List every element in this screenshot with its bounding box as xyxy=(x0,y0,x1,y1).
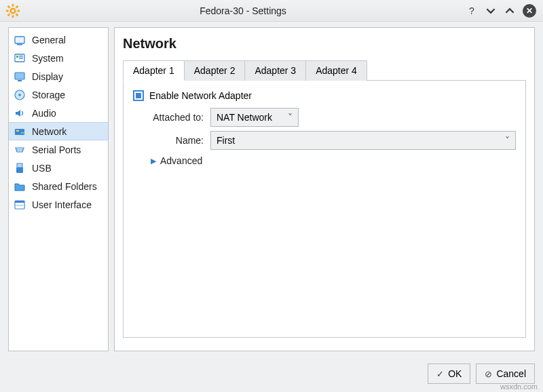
enable-adapter-label: Enable Network Adapter xyxy=(149,90,252,101)
sidebar-item-display[interactable]: Display xyxy=(9,67,108,85)
enable-adapter-row: Enable Network Adapter xyxy=(133,90,516,101)
tabbar: Adapter 1 Adapter 2 Adapter 3 Adapter 4 xyxy=(123,60,526,80)
svg-line-5 xyxy=(8,5,10,7)
serial-icon xyxy=(13,143,26,157)
display-icon xyxy=(13,70,26,83)
svg-rect-31 xyxy=(16,205,23,206)
svg-point-22 xyxy=(21,132,22,134)
name-select[interactable]: First ˅ xyxy=(210,131,516,150)
close-icon[interactable]: ✕ xyxy=(523,4,536,18)
sidebar-item-network[interactable]: Network xyxy=(9,122,108,140)
attached-to-label: Attached to: xyxy=(133,112,204,123)
attached-to-select[interactable]: NAT Network ˅ xyxy=(210,108,299,127)
sidebar-item-label: Audio xyxy=(32,108,56,119)
tab-adapter-2[interactable]: Adapter 2 xyxy=(185,60,246,81)
folder-icon xyxy=(13,180,26,193)
system-icon xyxy=(13,52,26,65)
svg-rect-27 xyxy=(17,163,22,168)
network-icon xyxy=(13,125,26,138)
ui-icon xyxy=(13,198,26,212)
svg-line-6 xyxy=(16,14,18,16)
content-area: General System Display Storage Audio Net… xyxy=(8,27,535,351)
sidebar-item-label: Storage xyxy=(32,90,65,100)
chevron-down-icon: ˅ xyxy=(505,135,510,146)
tab-adapter-3[interactable]: Adapter 3 xyxy=(245,60,306,81)
attached-to-row: Attached to: NAT Network ˅ xyxy=(133,108,516,127)
svg-line-7 xyxy=(16,5,18,7)
page-title: Network xyxy=(123,36,526,52)
svg-rect-17 xyxy=(18,80,22,81)
sidebar-item-label: Serial Ports xyxy=(32,144,81,155)
main-panel: Network Adapter 1 Adapter 2 Adapter 3 Ad… xyxy=(114,27,535,351)
svg-rect-15 xyxy=(19,58,23,59)
footer: ✓ OK ⊘ Cancel xyxy=(8,364,535,384)
enable-adapter-checkbox[interactable] xyxy=(133,90,144,101)
ok-button[interactable]: ✓ OK xyxy=(428,364,470,384)
svg-rect-13 xyxy=(16,56,18,58)
advanced-label: Advanced xyxy=(160,155,202,166)
titlebar: Fedora-30 - Settings ? ✕ xyxy=(0,0,543,22)
svg-point-19 xyxy=(18,94,21,96)
window-title: Fedora-30 - Settings xyxy=(20,5,466,16)
sidebar-item-label: User Interface xyxy=(32,199,92,210)
name-label: Name: xyxy=(133,135,204,146)
audio-icon xyxy=(13,106,26,120)
ok-label: OK xyxy=(448,368,462,379)
svg-rect-14 xyxy=(19,56,23,57)
cancel-button[interactable]: ⊘ Cancel xyxy=(476,364,535,384)
minimize-icon[interactable] xyxy=(485,5,497,17)
triangle-right-icon: ▶ xyxy=(151,157,156,165)
window-controls: ? ✕ xyxy=(466,4,536,18)
attached-to-value: NAT Network xyxy=(217,112,272,123)
svg-point-9 xyxy=(12,9,14,12)
sidebar-item-label: USB xyxy=(32,163,52,174)
sidebar-item-audio[interactable]: Audio xyxy=(9,104,108,122)
chevron-down-icon: ˅ xyxy=(288,112,293,123)
advanced-toggle[interactable]: ▶ Advanced xyxy=(151,155,516,166)
svg-point-26 xyxy=(21,149,22,151)
svg-rect-16 xyxy=(15,73,24,79)
sidebar-item-serial-ports[interactable]: Serial Ports xyxy=(9,140,108,159)
sidebar-item-usb[interactable]: USB xyxy=(9,159,108,177)
sidebar-item-label: Network xyxy=(32,126,67,137)
general-icon xyxy=(13,33,26,47)
svg-point-23 xyxy=(23,132,24,134)
sidebar-item-shared-folders[interactable]: Shared Folders xyxy=(9,177,108,195)
svg-point-25 xyxy=(19,149,20,151)
svg-rect-10 xyxy=(15,37,24,43)
sidebar-item-label: System xyxy=(32,53,64,64)
sidebar: General System Display Storage Audio Net… xyxy=(8,27,109,351)
name-row: Name: First ˅ xyxy=(133,131,516,150)
svg-rect-11 xyxy=(17,44,22,45)
usb-icon xyxy=(13,161,26,175)
svg-rect-30 xyxy=(15,201,24,203)
svg-rect-28 xyxy=(16,168,23,173)
watermark: wsxdn.com xyxy=(500,383,538,391)
svg-point-24 xyxy=(17,149,18,151)
sidebar-item-label: Display xyxy=(32,71,63,82)
tab-adapter-4[interactable]: Adapter 4 xyxy=(306,60,367,81)
cancel-label: Cancel xyxy=(496,368,526,379)
svg-line-8 xyxy=(8,14,10,16)
tabpane: Enable Network Adapter Attached to: NAT … xyxy=(123,80,526,338)
help-icon[interactable]: ? xyxy=(466,5,478,17)
storage-icon xyxy=(13,88,26,102)
cancel-icon: ⊘ xyxy=(485,369,492,379)
maximize-icon[interactable] xyxy=(504,5,516,17)
sidebar-item-label: Shared Folders xyxy=(32,181,97,192)
sidebar-item-user-interface[interactable]: User Interface xyxy=(9,195,108,214)
svg-rect-21 xyxy=(16,130,19,132)
sidebar-item-system[interactable]: System xyxy=(9,49,108,67)
svg-rect-20 xyxy=(15,129,24,135)
sidebar-item-storage[interactable]: Storage xyxy=(9,85,108,104)
sidebar-item-general[interactable]: General xyxy=(9,31,108,49)
check-icon: ✓ xyxy=(436,369,444,379)
sidebar-item-label: General xyxy=(32,35,66,45)
name-value: First xyxy=(217,135,235,146)
tab-adapter-1[interactable]: Adapter 1 xyxy=(123,60,185,81)
app-gear-icon xyxy=(5,3,20,18)
